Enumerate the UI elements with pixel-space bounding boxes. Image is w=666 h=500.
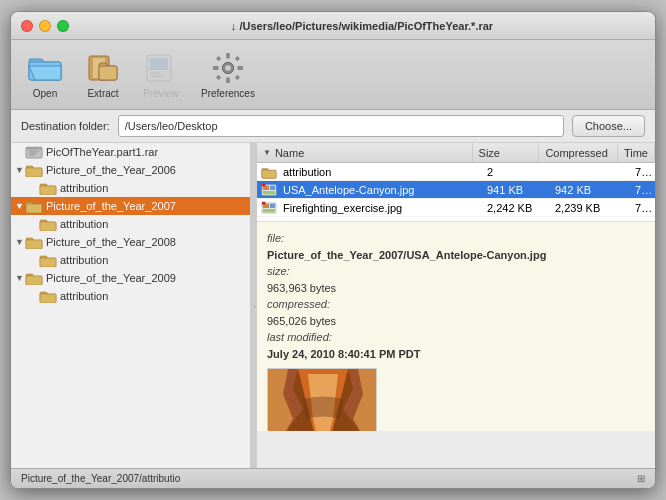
table-row[interactable]: USA_Antelope-Canyon.jpg 941 KB 942 KB 7/…	[257, 181, 655, 199]
col-time-label: Time	[624, 147, 648, 159]
tree-item-label: Picture_of_the_Year_2006	[46, 164, 176, 176]
file-compressed-cell: 942 KB	[549, 184, 629, 196]
list-item[interactable]: ▼ Picture_of_the_Year_2009	[11, 269, 250, 287]
list-item[interactable]: attribution	[11, 179, 250, 197]
extract-button[interactable]: Extract	[79, 46, 127, 103]
extract-label: Extract	[87, 88, 118, 99]
svg-rect-16	[213, 66, 219, 70]
preview-button[interactable]: Preview	[137, 46, 185, 103]
file-time-cell: 7/25/10	[629, 166, 655, 178]
choose-button[interactable]: Choose...	[572, 115, 645, 137]
tree-toggle: ▼	[15, 273, 25, 283]
column-header-compressed[interactable]: Compressed	[539, 143, 618, 162]
svg-rect-15	[226, 77, 230, 83]
main-window: ↓ /Users/leo/Pictures/wikimedia/PicOfThe…	[10, 11, 656, 489]
preferences-icon	[210, 50, 246, 86]
file-path: Picture_of_the_Year_2007/USA_Antelope-Ca…	[267, 249, 546, 261]
modified-label: last modified:	[267, 331, 332, 343]
preview-image	[267, 368, 377, 431]
file-label: file:	[267, 232, 284, 244]
file-list-header: ▼ Name Size Compressed Time	[257, 143, 655, 163]
extract-icon	[85, 50, 121, 86]
folder-icon	[39, 217, 57, 231]
tree-item-label: attribution	[60, 254, 108, 266]
toolbar: Open Extract	[11, 40, 655, 110]
folder-icon	[25, 235, 43, 249]
list-item[interactable]: attribution	[11, 215, 250, 233]
open-label: Open	[33, 88, 57, 99]
file-time-cell: 7/24/10	[629, 202, 655, 214]
folder-icon	[25, 163, 43, 177]
folder-icon	[39, 289, 57, 303]
list-item[interactable]: ▼ Picture_of_the_Year_2006	[11, 161, 250, 179]
open-icon	[27, 50, 63, 86]
column-header-size[interactable]: Size	[473, 143, 540, 162]
svg-rect-23	[26, 149, 42, 158]
folder-icon	[25, 199, 43, 213]
svg-rect-21	[235, 75, 240, 80]
svg-rect-63	[262, 201, 266, 204]
size-label: size:	[267, 265, 290, 277]
svg-rect-7	[99, 66, 117, 80]
maximize-button[interactable]	[57, 20, 69, 32]
svg-rect-61	[270, 203, 275, 207]
list-item[interactable]: PicOfTheYear.part1.rar	[11, 143, 250, 161]
modified-value: July 24, 2010 8:40:41 PM PDT	[267, 348, 420, 360]
image-file-icon	[261, 183, 277, 197]
preferences-button[interactable]: Preferences	[195, 46, 261, 103]
status-text: Picture_of_the_Year_2007/attributio	[21, 473, 180, 484]
title-bar: ↓ /Users/leo/Pictures/wikimedia/PicOfThe…	[11, 12, 655, 40]
col-compressed-label: Compressed	[545, 147, 607, 159]
svg-rect-47	[26, 276, 42, 285]
svg-rect-32	[40, 186, 56, 195]
svg-rect-58	[262, 183, 266, 186]
table-row[interactable]: Firefighting_exercise.jpg 2,242 KB 2,239…	[257, 199, 655, 217]
svg-rect-38	[40, 222, 56, 231]
list-item[interactable]: attribution	[11, 251, 250, 269]
window-title: ↓ /Users/leo/Pictures/wikimedia/PicOfThe…	[79, 20, 645, 32]
column-header-name[interactable]: ▼ Name	[257, 143, 473, 162]
size-value: 963,963 bytes	[267, 282, 336, 294]
file-name-cell: USA_Antelope-Canyon.jpg	[277, 184, 481, 196]
file-name-cell: attribution	[277, 166, 481, 178]
svg-rect-57	[263, 190, 275, 194]
tree-item-label: PicOfTheYear.part1.rar	[46, 146, 158, 158]
right-panel: ▼ Name Size Compressed Time	[257, 143, 655, 468]
open-button[interactable]: Open	[21, 46, 69, 103]
destination-bar: Destination folder: Choose...	[11, 110, 655, 143]
file-tree: PicOfTheYear.part1.rar ▼ Picture_of_the_…	[11, 143, 251, 468]
image-file-icon	[261, 201, 277, 215]
svg-rect-20	[216, 75, 221, 80]
tree-item-label: attribution	[60, 182, 108, 194]
minimize-button[interactable]	[39, 20, 51, 32]
svg-rect-44	[40, 258, 56, 267]
file-compressed-cell: 2,239 KB	[549, 202, 629, 214]
folder-file-icon	[261, 165, 277, 179]
svg-rect-17	[237, 66, 243, 70]
list-item[interactable]: ▼ Picture_of_the_Year_2007	[11, 197, 250, 215]
svg-rect-53	[262, 170, 276, 178]
list-item[interactable]: ▼ Picture_of_the_Year_2008	[11, 233, 250, 251]
traffic-lights	[21, 20, 69, 32]
table-row[interactable]: attribution 2 7/25/10	[257, 163, 655, 181]
compressed-label: compressed:	[267, 298, 330, 310]
tree-toggle: ▼	[15, 165, 25, 175]
preferences-label: Preferences	[201, 88, 255, 99]
svg-rect-56	[270, 185, 275, 189]
resize-grip-icon[interactable]: ⊞	[637, 473, 645, 484]
destination-input[interactable]	[118, 115, 564, 137]
preview-label: Preview	[143, 88, 179, 99]
svg-rect-29	[26, 168, 42, 177]
svg-rect-11	[150, 75, 164, 77]
svg-rect-14	[226, 53, 230, 59]
rar-file-icon	[25, 145, 43, 159]
list-item[interactable]: attribution	[11, 287, 250, 305]
preview-info: file: Picture_of_the_Year_2007/USA_Antel…	[267, 230, 645, 362]
tree-item-label: Picture_of_the_Year_2009	[46, 272, 176, 284]
column-header-time[interactable]: Time	[618, 143, 655, 162]
tree-item-label: Picture_of_the_Year_2007	[46, 200, 176, 212]
close-button[interactable]	[21, 20, 33, 32]
svg-rect-9	[150, 58, 168, 70]
file-list: attribution 2 7/25/10 USA_Antelope-Canyo…	[257, 163, 655, 221]
svg-rect-62	[263, 208, 275, 212]
